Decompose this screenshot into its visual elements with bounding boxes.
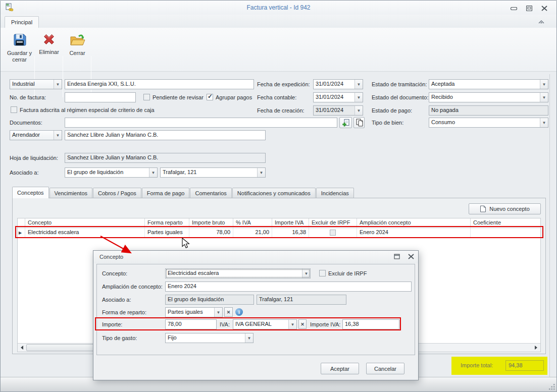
cancel-button[interactable]: Cancelar	[366, 363, 404, 374]
col-ampliacion[interactable]: Ampliación concepto	[357, 218, 471, 228]
col-forma-reparto[interactable]: Forma reparto	[145, 218, 189, 228]
info-icon[interactable]: i	[235, 308, 243, 316]
excluir-irpf-checkbox[interactable]	[330, 230, 336, 236]
clear-icon: ✕	[300, 322, 305, 327]
group-payments-checkbox[interactable]	[207, 94, 213, 100]
tab-notificaciones[interactable]: Notificaciones y comunicados	[232, 188, 316, 198]
dialog-expense-type-select[interactable]: Fijo ▼	[165, 333, 254, 343]
tab-forma-de-pago[interactable]: Forma de pago	[142, 188, 190, 198]
accept-button[interactable]: Aceptar	[321, 363, 359, 374]
chevron-down-icon[interactable]: ▼	[245, 333, 253, 343]
close-button[interactable]	[539, 5, 550, 12]
cell-excluir-irpf[interactable]	[309, 228, 357, 238]
importe-total-field: 94,38	[505, 360, 544, 371]
col-excluir-irpf[interactable]: Excluir de IRPF	[309, 218, 357, 228]
document-status-select[interactable]: Recibido ▼	[429, 92, 548, 102]
cell-pct-iva[interactable]: 21,00	[233, 228, 272, 238]
dialog-exclude-irpf-checkbox[interactable]	[319, 270, 326, 276]
new-concept-button[interactable]: Nuevo concepto	[469, 203, 541, 214]
cell-forma-reparto[interactable]: Partes iguales	[145, 228, 189, 238]
col-concepto[interactable]: Concepto	[25, 218, 145, 228]
tab-principal[interactable]: Principal	[5, 16, 39, 28]
dialog-concept-select[interactable]: Electricidad escalera ▼	[165, 268, 311, 278]
chevron-down-icon[interactable]: ▼	[355, 80, 363, 89]
entity-type-select[interactable]: Industrial ▼	[10, 79, 62, 89]
chevron-down-icon[interactable]: ▼	[540, 93, 548, 102]
close-form-button[interactable]: Cerrar	[65, 29, 90, 70]
landlord-type-select[interactable]: Arrendador ▼	[10, 130, 62, 140]
col-coeficiente[interactable]: Coeficiente	[471, 218, 540, 228]
chevron-down-icon[interactable]: ▼	[288, 320, 296, 329]
cell-importe-iva[interactable]: 16,38	[272, 228, 309, 238]
chevron-down-icon[interactable]: ▼	[257, 168, 265, 177]
entity-name-field[interactable]: Endesa Energia XXI, S.L.U.	[65, 79, 254, 89]
pending-review-label: Pendiente de revisar	[153, 94, 204, 100]
creation-date-picker[interactable]: 31/01/2024 ▼	[313, 105, 363, 116]
cell-ampliacion[interactable]: Enero 2024	[357, 228, 471, 238]
pending-review-checkbox[interactable]	[143, 94, 150, 100]
close-icon	[541, 6, 547, 11]
table-row[interactable]: ▶ Electricidad escalera Partes iguales 7…	[18, 228, 540, 238]
delete-button[interactable]: Eliminar	[36, 29, 62, 70]
associated-property-select[interactable]: Trafalgar, 121 ▼	[160, 167, 266, 178]
chevron-down-icon[interactable]: ▼	[540, 80, 548, 89]
clear-vat-button[interactable]: ✕	[298, 319, 307, 329]
invoice-number-field[interactable]	[65, 92, 136, 102]
dialog-split-method-select[interactable]: Partes iguales ▼	[165, 307, 223, 317]
cell-concepto[interactable]: Electricidad escalera	[25, 228, 145, 238]
cash-criteria-checkbox[interactable]	[11, 106, 17, 113]
tab-incidencias[interactable]: Incidencias	[316, 188, 354, 198]
dialog-associated-label: Asociado a:	[102, 297, 131, 303]
dialog-amount-field[interactable]: 78,00	[165, 319, 217, 329]
dialog-title-bar[interactable]: Concepto	[93, 251, 418, 263]
copy-document-button[interactable]	[353, 117, 365, 128]
dialog-vat-select[interactable]: IVA GENERAL ▼	[233, 319, 297, 329]
cell-importe-bruto[interactable]: 78,00	[189, 228, 233, 238]
cell-coeficiente[interactable]	[471, 228, 540, 238]
chevron-down-icon[interactable]: ▼	[540, 118, 548, 127]
issue-date-picker[interactable]: 31/01/2024 ▼	[313, 79, 363, 89]
landlord-name-value: Sanchez Llibre Julian y Mariano C.B.	[67, 132, 158, 138]
collapse-ribbon-button[interactable]	[536, 17, 547, 26]
chevron-down-icon[interactable]: ▼	[302, 269, 310, 278]
dialog-vat-amount-field[interactable]: 16,38	[342, 319, 399, 329]
tab-label: Conceptos	[17, 190, 44, 196]
save-and-close-button[interactable]: Guardar y cerrar	[6, 29, 33, 70]
tab-conceptos[interactable]: Conceptos	[12, 187, 49, 198]
save-and-close-label: Guardar y cerrar	[7, 50, 33, 63]
dialog-close-button[interactable]	[408, 254, 414, 260]
processing-status-select[interactable]: Aceptada ▼	[429, 79, 548, 89]
issue-date-value: 31/01/2024	[314, 80, 355, 89]
chevron-down-icon[interactable]: ▼	[355, 106, 363, 115]
chevron-down-icon[interactable]: ▼	[149, 168, 157, 177]
collapse-ribbon-icon	[538, 20, 544, 24]
chevron-down-icon[interactable]: ▼	[355, 93, 363, 102]
dialog-restore-button[interactable]	[394, 254, 400, 260]
dialog-extension-field[interactable]: Enero 2024	[165, 282, 412, 292]
clear-split-method-button[interactable]: ✕	[224, 307, 233, 317]
chevron-down-icon[interactable]: ▼	[214, 308, 222, 317]
accounting-date-picker[interactable]: 31/01/2024 ▼	[313, 92, 363, 102]
title-bar[interactable]: Factura vertical - Id 942	[1, 1, 556, 15]
scroll-left-button[interactable]	[18, 344, 26, 352]
asset-type-select[interactable]: Consumo ▼	[429, 118, 548, 128]
resize-grip[interactable]	[549, 384, 555, 390]
dialog-extension-label: Ampliación de concepto:	[102, 284, 163, 290]
add-document-button[interactable]	[339, 117, 352, 128]
chevron-down-icon[interactable]: ▼	[54, 131, 62, 140]
minimize-button[interactable]	[508, 5, 519, 12]
landlord-name-field[interactable]: Sanchez Llibre Julian y Mariano C.B.	[65, 130, 266, 140]
col-pct-iva[interactable]: % IVA	[233, 218, 272, 228]
chevron-down-icon[interactable]: ▼	[54, 80, 62, 89]
tab-vencimientos[interactable]: Vencimientos	[49, 188, 92, 198]
tab-cobros-pagos[interactable]: Cobros / Pagos	[93, 188, 141, 198]
maximize-button[interactable]	[524, 5, 535, 12]
asset-type-value: Consumo	[429, 118, 540, 127]
col-importe-bruto[interactable]: Importe bruto	[189, 218, 233, 228]
col-importe-iva[interactable]: Importe IVA	[272, 218, 309, 228]
associated-group-select[interactable]: El grupo de liquidación ▼	[65, 167, 158, 178]
scroll-right-button[interactable]	[532, 344, 540, 352]
importe-total-label: Importe total:	[461, 362, 493, 368]
tab-comentarios[interactable]: Comentarios	[190, 188, 231, 198]
documents-field[interactable]	[65, 118, 337, 128]
